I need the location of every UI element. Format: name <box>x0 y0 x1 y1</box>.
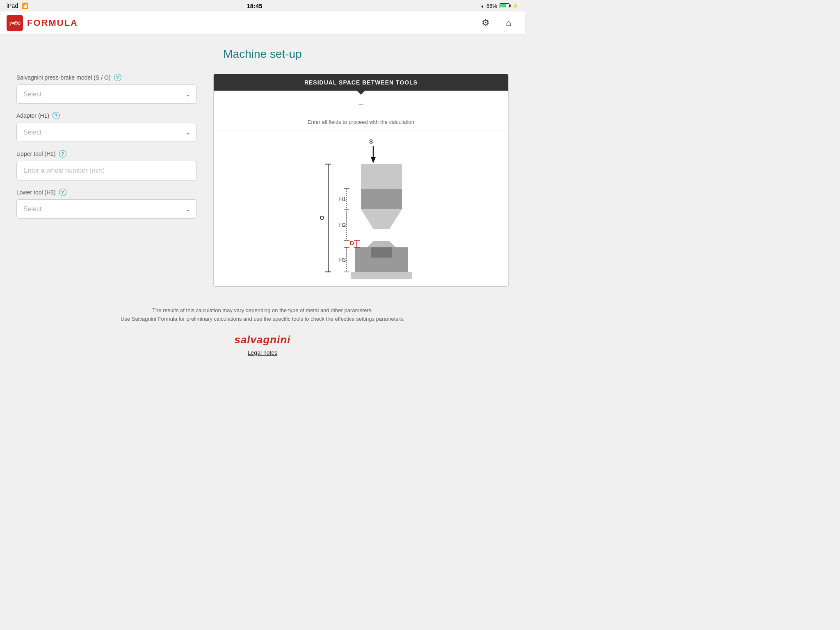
label-upper-tool: Upper tool (H2) ? <box>16 150 197 158</box>
select-lower-tool[interactable]: Select <box>16 199 197 219</box>
diagram-svg: S <box>279 135 443 282</box>
navbar: y=f(x) FORMULA ⚙ ⌂ <box>0 11 525 34</box>
status-time: 18:45 <box>247 2 262 9</box>
select-model[interactable]: Select <box>16 84 197 104</box>
footer: The results of this calculation may vary… <box>16 300 509 363</box>
legal-notes-link[interactable]: Legal notes <box>23 349 502 356</box>
help-icon-upper-tool[interactable]: ? <box>59 150 66 158</box>
status-right: ⬧ 66% ⚡ <box>481 3 518 9</box>
diagram-panel: RESIDUAL SPACE BETWEEN TOOLS – Enter all… <box>213 74 509 287</box>
select-wrapper-model: Select ⌄ <box>16 84 197 104</box>
form-group-adapter: Adapter (H1) ? Select ⌄ <box>16 112 197 142</box>
settings-button[interactable]: ⚙ <box>476 13 495 33</box>
logo-box: y=f(x) <box>7 15 23 31</box>
label-H3: H3 <box>339 257 346 263</box>
form-group-lower-tool: Lower tool (H3) ? Select ⌄ <box>16 189 197 219</box>
nav-icons: ⚙ ⌂ <box>476 13 518 33</box>
svg-marker-4 <box>361 209 402 229</box>
label-O: O <box>320 215 324 221</box>
form-group-upper-tool: Upper tool (H2) ? <box>16 150 197 180</box>
select-wrapper-adapter: Select ⌄ <box>16 123 197 142</box>
svg-marker-1 <box>371 157 376 163</box>
select-adapter[interactable]: Select <box>16 123 197 142</box>
device-label: iPad <box>7 2 18 9</box>
label-lower-tool: Lower tool (H3) ? <box>16 189 197 196</box>
help-icon-lower-tool[interactable]: ? <box>59 189 66 196</box>
help-icon-adapter[interactable]: ? <box>52 112 60 119</box>
status-left: iPad 📶 <box>7 2 28 9</box>
logo-text: FORMULA <box>27 18 78 28</box>
help-icon-model[interactable]: ? <box>114 74 121 81</box>
logo-area: y=f(x) FORMULA <box>7 15 78 31</box>
page-title: Machine set-up <box>16 48 509 61</box>
svg-rect-7 <box>371 247 392 258</box>
input-upper-tool[interactable] <box>16 161 197 180</box>
label-S: S <box>369 138 373 145</box>
label-H2: H2 <box>339 222 346 228</box>
main-content: Machine set-up Salvagnini press-brake mo… <box>0 34 525 372</box>
status-bar: iPad 📶 18:45 ⬧ 66% ⚡ <box>0 0 525 11</box>
select-wrapper-lower-tool: Select ⌄ <box>16 199 197 219</box>
label-D: D <box>350 240 354 247</box>
svg-rect-3 <box>361 189 402 209</box>
footer-disclaimer: The results of this calculation may vary… <box>23 306 502 324</box>
battery-icon <box>500 3 509 8</box>
form-panel: Salvagnini press-brake model (S / O) ? S… <box>16 74 197 227</box>
home-button[interactable]: ⌂ <box>499 13 518 33</box>
label-adapter: Adapter (H1) ? <box>16 112 197 119</box>
diagram-note: Enter all fields to proceed with the cal… <box>214 114 508 130</box>
salvagnini-brand: salvagnini <box>23 333 502 346</box>
label-H1: H1 <box>339 196 346 202</box>
content-layout: Salvagnini press-brake model (S / O) ? S… <box>16 74 509 287</box>
charging-icon: ⚡ <box>512 3 518 9</box>
label-model: Salvagnini press-brake model (S / O) ? <box>16 74 197 81</box>
diagram-header: RESIDUAL SPACE BETWEEN TOOLS <box>214 74 508 91</box>
svg-rect-8 <box>351 272 412 279</box>
bluetooth-icon: ⬧ <box>481 3 484 9</box>
diagram-svg-area: S <box>214 130 508 286</box>
battery-percent: 66% <box>486 3 497 9</box>
form-group-model: Salvagnini press-brake model (S / O) ? S… <box>16 74 197 104</box>
wifi-icon: 📶 <box>21 2 28 9</box>
svg-marker-6 <box>367 241 396 247</box>
svg-rect-2 <box>361 164 402 189</box>
